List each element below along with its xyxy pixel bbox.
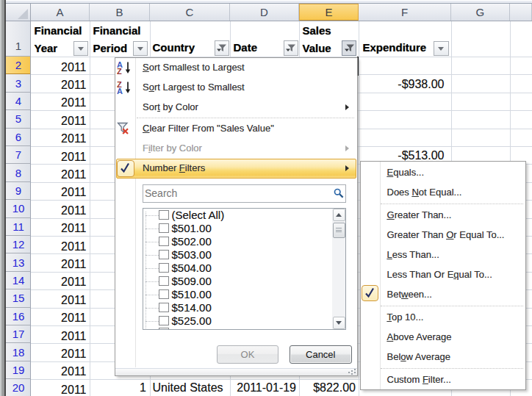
svg-text:Z: Z	[117, 67, 122, 75]
svg-text:A: A	[117, 87, 123, 95]
